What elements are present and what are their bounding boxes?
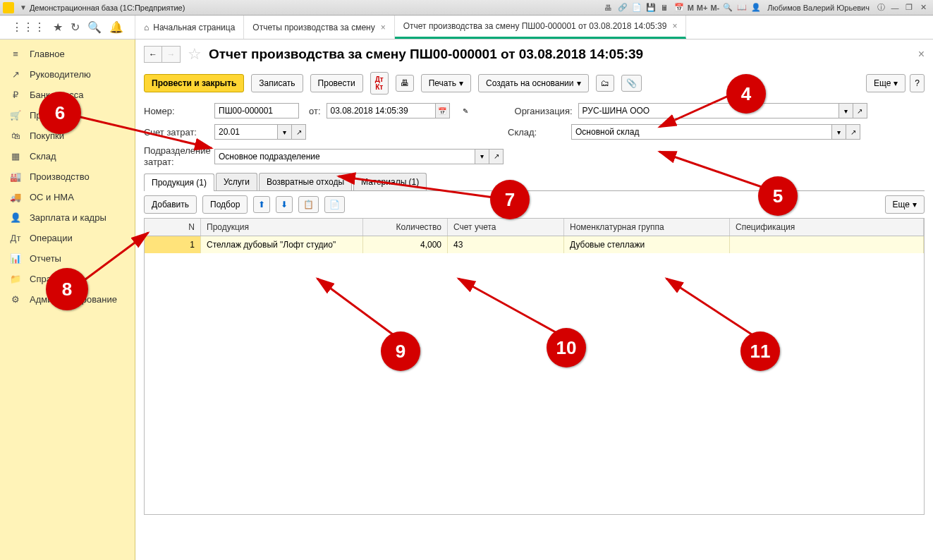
move-down-button[interactable]: ⬇	[276, 196, 293, 213]
user-name[interactable]: Любимов Валерий Юрьевич	[767, 4, 870, 12]
zoom-icon[interactable]: 🔍	[721, 2, 734, 13]
forward-button[interactable]: →	[162, 46, 181, 63]
sidebar-item-main[interactable]: ≡Главное	[0, 44, 135, 64]
cell-account[interactable]: 43	[448, 236, 564, 253]
sidebar-item-admin[interactable]: ⚙Администрирование	[0, 289, 135, 310]
print-icon[interactable]: 🖶	[602, 2, 615, 13]
dropdown-icon[interactable]: ▼	[20, 4, 27, 11]
sidebar-item-operations[interactable]: ДтОперации	[0, 228, 135, 248]
print-icon-button[interactable]: 🖶	[396, 75, 414, 92]
star-icon[interactable]: ★	[53, 20, 63, 34]
tab-returns[interactable]: Возвратные отходы	[259, 173, 352, 190]
link-icon[interactable]: 🔗	[616, 2, 629, 13]
tab-document[interactable]: Отчет производства за смену ПШ00-000001 …	[395, 16, 687, 39]
col-product[interactable]: Продукция	[201, 219, 363, 236]
org-input[interactable]	[578, 103, 839, 118]
dropdown-icon[interactable]: ▾	[839, 103, 853, 118]
acct-input[interactable]	[214, 124, 278, 140]
bell-icon[interactable]: 🔔	[109, 20, 123, 34]
search-icon[interactable]: 🔍	[87, 20, 102, 34]
command-bar: Провести и закрыть Записать Провести ДтК…	[144, 72, 925, 95]
dropdown-icon[interactable]: ▾	[278, 124, 292, 140]
minimize-icon[interactable]: —	[889, 2, 901, 13]
save-icon[interactable]: 💾	[645, 2, 657, 13]
dept-input[interactable]	[214, 149, 475, 164]
col-account[interactable]: Счет учета	[448, 219, 564, 236]
cell-spec[interactable]	[730, 236, 924, 253]
open-icon[interactable]: ↗	[853, 103, 867, 118]
copy-button[interactable]: 📋	[298, 196, 319, 213]
open-icon[interactable]: ↗	[846, 124, 860, 140]
date-input[interactable]	[327, 103, 436, 118]
tab-home[interactable]: ⌂ Начальная страница	[135, 16, 244, 39]
structure-button[interactable]: 🗂	[596, 75, 614, 92]
m-minus-button[interactable]: M-	[710, 4, 719, 12]
chevron-down-icon: ▾	[577, 78, 581, 88]
doc-icon[interactable]: 📄	[630, 2, 643, 13]
back-button[interactable]: ←	[144, 46, 162, 63]
post-close-button[interactable]: Провести и закрыть	[144, 74, 244, 92]
sidebar-item-sales[interactable]: 🛒Продажи	[0, 105, 135, 126]
sidebar-item-manager[interactable]: ↗Руководителю	[0, 64, 135, 85]
col-nomgroup[interactable]: Номенклатурная группа	[564, 219, 730, 236]
col-qty[interactable]: Количество	[363, 219, 448, 236]
wh-input[interactable]	[571, 124, 832, 140]
m-plus-button[interactable]: M+	[697, 4, 708, 12]
sidebar-item-production[interactable]: 🏭Производство	[0, 166, 135, 187]
tab-reports[interactable]: Отчеты производства за смену ×	[244, 16, 394, 39]
sidebar-item-warehouse[interactable]: ▦Склад	[0, 146, 135, 166]
open-icon[interactable]: ↗	[489, 149, 504, 164]
post-button[interactable]: Провести	[310, 74, 363, 92]
number-input[interactable]	[214, 103, 299, 118]
cell-nomgroup[interactable]: Дубовые стеллажи	[564, 236, 730, 253]
m-button[interactable]: M	[688, 4, 694, 12]
dropdown-icon[interactable]: ▾	[475, 149, 489, 164]
calendar-icon[interactable]: 📅	[673, 2, 685, 13]
cell-n[interactable]: 1	[145, 236, 201, 253]
restore-icon[interactable]: ❐	[903, 2, 915, 13]
tab-close-icon[interactable]: ×	[381, 23, 386, 32]
table-more-button[interactable]: Еще ▾	[885, 195, 925, 214]
book-icon[interactable]: 📖	[736, 2, 748, 13]
grid-row[interactable]: 1 Стеллаж дубовый "Лофт студио" 4,000 43…	[145, 236, 924, 253]
number-label: Номер:	[144, 106, 214, 116]
sidebar-item-bank[interactable]: ₽Банк и касса	[0, 85, 135, 105]
paste-button[interactable]: 📄	[324, 196, 345, 213]
cell-qty[interactable]: 4,000	[363, 236, 448, 253]
open-icon[interactable]: ↗	[292, 124, 306, 140]
status-icon[interactable]: ✎	[458, 103, 472, 118]
calc-icon[interactable]: 🖩	[659, 2, 671, 13]
sidebar-item-assets[interactable]: 🚚ОС и НМА	[0, 187, 135, 207]
more-button[interactable]: Еще ▾	[866, 74, 905, 92]
close-icon[interactable]: ✕	[917, 2, 929, 13]
favorite-icon[interactable]: ☆	[188, 45, 202, 63]
close-document-icon[interactable]: ×	[918, 48, 925, 61]
info-icon[interactable]: ⓘ	[874, 2, 887, 13]
calendar-picker-icon[interactable]: 📅	[436, 103, 450, 118]
print-button[interactable]: Печать ▾	[421, 74, 471, 92]
move-up-button[interactable]: ⬆	[253, 196, 270, 213]
write-button[interactable]: Записать	[251, 74, 303, 92]
dropdown-icon[interactable]: ▾	[832, 124, 846, 140]
apps-icon[interactable]: ⋮⋮⋮	[11, 20, 45, 34]
col-spec[interactable]: Спецификация	[730, 219, 924, 236]
sidebar-item-hr[interactable]: 👤Зарплата и кадры	[0, 207, 135, 228]
chart-icon: ↗	[8, 69, 23, 80]
tab-services[interactable]: Услуги	[216, 173, 257, 190]
tab-products[interactable]: Продукция (1)	[144, 174, 214, 191]
sidebar-item-catalogs[interactable]: 📁Справочники	[0, 269, 135, 289]
cell-product[interactable]: Стеллаж дубовый "Лофт студио"	[201, 236, 363, 253]
col-n[interactable]: N	[145, 219, 201, 236]
tab-close-icon[interactable]: ×	[672, 21, 677, 31]
help-button[interactable]: ?	[910, 74, 925, 92]
pick-button[interactable]: Подбор	[202, 195, 248, 214]
tab-materials[interactable]: Материалы (1)	[353, 173, 427, 190]
create-based-button[interactable]: Создать на основании ▾	[478, 74, 589, 92]
dtkt-button[interactable]: ДтКт	[370, 72, 389, 95]
sidebar-item-reports[interactable]: 📊Отчеты	[0, 248, 135, 269]
history-icon[interactable]: ↻	[71, 20, 80, 34]
add-button[interactable]: Добавить	[144, 195, 197, 214]
attach-button[interactable]: 📎	[621, 75, 642, 92]
sidebar-item-purchases[interactable]: 🛍Покупки	[0, 126, 135, 146]
grid-empty-area[interactable]	[145, 253, 924, 514]
